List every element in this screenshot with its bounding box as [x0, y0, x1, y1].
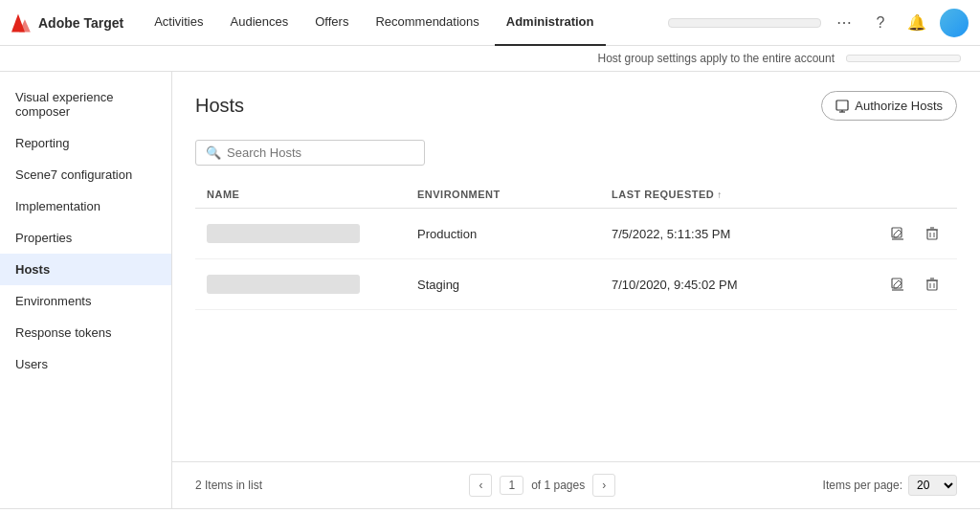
total-pages: of 1 pages	[531, 479, 585, 492]
table-header: NAME ENVIRONMENT LAST REQUESTED ↑	[195, 181, 957, 209]
host-environment-2: Staging	[406, 259, 600, 310]
page-title: Hosts	[195, 95, 244, 117]
page-header: Hosts Authorize Hosts	[195, 91, 957, 121]
sidebar-item-response-tokens[interactable]: Response tokens	[0, 317, 171, 348]
host-name-placeholder-2	[207, 275, 360, 294]
avatar[interactable]	[940, 9, 969, 37]
nav-right: ⋯ ? 🔔	[668, 9, 969, 37]
delete-icon-1[interactable]	[919, 220, 946, 247]
footer: Help Terms of use Privacy Policy Languag…	[0, 508, 980, 513]
sort-icon: ↑	[717, 190, 723, 200]
svg-rect-14	[927, 280, 937, 290]
prev-page-button[interactable]: ‹	[469, 474, 492, 497]
global-search[interactable]	[668, 18, 821, 28]
content-area: Hosts Authorize Hosts 🔍	[172, 72, 980, 508]
next-page-button[interactable]: ›	[592, 474, 615, 497]
search-icon: 🔍	[206, 145, 221, 160]
hosts-table: NAME ENVIRONMENT LAST REQUESTED ↑	[195, 181, 957, 310]
table-row: Production 7/5/2022, 5:11:35 PM	[195, 209, 957, 259]
adobe-logo-icon	[11, 12, 33, 33]
sidebar-item-environments[interactable]: Environments	[0, 285, 171, 317]
per-page-select[interactable]: 20 50 100	[908, 475, 957, 496]
nav-item-administration[interactable]: Administration	[495, 0, 606, 46]
sidebar-item-visual-experience-composer[interactable]: Visual experience composer	[0, 81, 171, 127]
sidebar-item-scene7-configuration[interactable]: Scene7 configuration	[0, 159, 171, 190]
items-count: 2 Items in list	[195, 479, 262, 492]
svg-rect-7	[927, 230, 937, 239]
account-selector[interactable]	[846, 55, 961, 62]
sidebar-item-implementation[interactable]: Implementation	[0, 190, 171, 222]
main-layout: Visual experience composer Reporting Sce…	[0, 72, 980, 508]
row-actions-2	[884, 271, 946, 298]
sidebar-item-properties[interactable]: Properties	[0, 222, 171, 254]
authorize-hosts-button[interactable]: Authorize Hosts	[821, 91, 957, 121]
notifications-icon[interactable]: 🔔	[903, 10, 930, 36]
col-name: NAME	[195, 181, 406, 209]
row-actions-1	[884, 220, 946, 247]
host-last-requested-1: 7/5/2022, 5:11:35 PM	[600, 209, 873, 259]
per-page-label: Items per page:	[823, 479, 902, 492]
search-input-wrap[interactable]: 🔍	[195, 140, 425, 166]
host-name-cell-2	[195, 259, 406, 310]
sidebar: Visual experience composer Reporting Sce…	[0, 72, 172, 508]
sidebar-item-reporting[interactable]: Reporting	[0, 127, 171, 159]
delete-icon-2[interactable]	[919, 271, 946, 298]
host-name-cell-1	[195, 209, 406, 259]
per-page: Items per page: 20 50 100	[823, 475, 957, 496]
help-icon[interactable]: ?	[867, 10, 894, 36]
sidebar-item-hosts[interactable]: Hosts	[0, 254, 171, 285]
content-inner: Hosts Authorize Hosts 🔍	[172, 72, 980, 461]
nav-items: Activities Audiences Offers Recommendati…	[143, 0, 668, 46]
edit-icon-2[interactable]	[884, 271, 911, 298]
nav-item-activities[interactable]: Activities	[143, 0, 214, 46]
authorize-icon	[835, 100, 849, 113]
account-message: Host group settings apply to the entire …	[598, 52, 835, 65]
col-actions	[873, 181, 957, 209]
col-last-requested[interactable]: LAST REQUESTED ↑	[600, 181, 873, 209]
host-name-placeholder-1	[207, 224, 360, 243]
search-area: 🔍	[195, 140, 957, 166]
svg-rect-2	[836, 100, 848, 110]
host-actions-2	[873, 259, 957, 310]
top-nav: Adobe Target Activities Audiences Offers…	[0, 0, 980, 46]
account-bar: Host group settings apply to the entire …	[0, 46, 980, 72]
current-page[interactable]: 1	[500, 476, 523, 495]
brand-name: Adobe Target	[38, 15, 123, 31]
search-input[interactable]	[227, 145, 414, 160]
edit-icon-1[interactable]	[884, 220, 911, 247]
host-environment-1: Production	[406, 209, 600, 259]
table-body: Production 7/5/2022, 5:11:35 PM	[195, 209, 957, 310]
host-last-requested-2: 7/10/2020, 9:45:02 PM	[600, 259, 873, 310]
authorize-btn-label: Authorize Hosts	[855, 99, 943, 113]
nav-item-audiences[interactable]: Audiences	[219, 0, 301, 46]
brand[interactable]: Adobe Target	[11, 12, 123, 33]
nav-item-recommendations[interactable]: Recommendations	[364, 0, 490, 46]
pagination-controls: ‹ 1 of 1 pages ›	[469, 474, 615, 497]
host-actions-1	[873, 209, 957, 259]
sidebar-item-users[interactable]: Users	[0, 348, 171, 380]
pagination-bar: 2 Items in list ‹ 1 of 1 pages › Items p…	[172, 461, 980, 508]
table-row: Staging 7/10/2020, 9:45:02 PM	[195, 259, 957, 310]
nav-item-offers[interactable]: Offers	[303, 0, 360, 46]
col-environment: ENVIRONMENT	[406, 181, 600, 209]
apps-icon[interactable]: ⋯	[831, 10, 858, 36]
